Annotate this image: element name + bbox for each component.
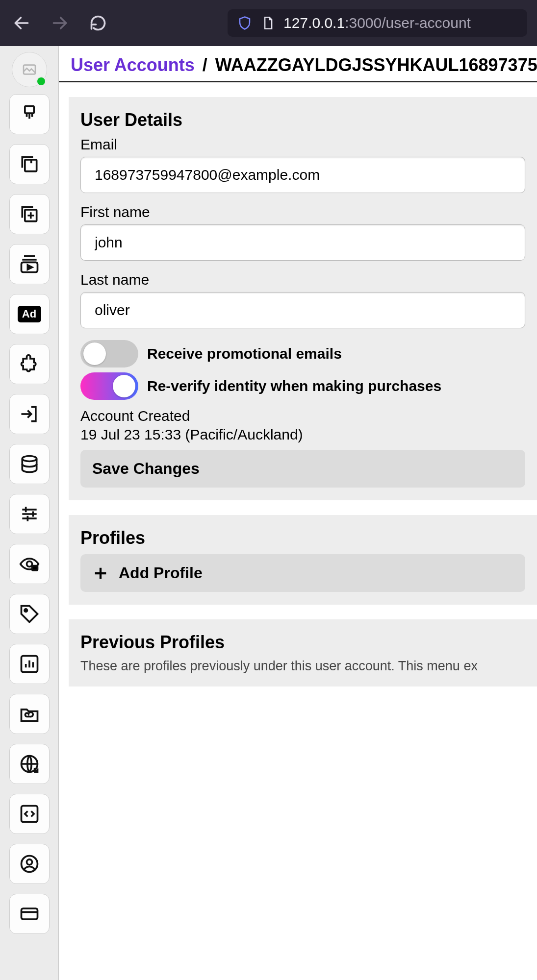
svg-point-7 xyxy=(22,456,36,462)
breadcrumb-sep: / xyxy=(200,55,210,75)
email-field[interactable] xyxy=(80,157,525,193)
sidebar-item-add-library[interactable] xyxy=(9,194,50,234)
sidebar-item-tag[interactable] xyxy=(9,594,50,634)
sidebar-item-cloud-folder[interactable] xyxy=(9,694,50,734)
visibility-lock-icon xyxy=(19,553,40,575)
sidebar-item-subscriptions[interactable] xyxy=(9,244,50,284)
last-name-field[interactable] xyxy=(80,292,525,328)
brush-icon xyxy=(19,103,40,125)
sidebar-item-analytics[interactable] xyxy=(9,644,50,684)
reload-button[interactable] xyxy=(86,11,110,35)
account-icon xyxy=(19,853,40,875)
first-name-field[interactable] xyxy=(80,224,525,261)
main-content: User Accounts / WAAZZGAYLDGJSSYHKAUL1689… xyxy=(59,46,537,980)
analytics-icon xyxy=(19,653,40,675)
user-details-card: User Details Email First name Last name … xyxy=(69,97,537,500)
svg-rect-3 xyxy=(25,106,33,114)
globe-share-icon xyxy=(19,753,40,775)
divider xyxy=(59,81,537,82)
svg-point-10 xyxy=(24,609,26,612)
reverify-label: Re-verify identity when making purchases xyxy=(147,378,441,394)
user-details-heading: User Details xyxy=(80,110,525,130)
svg-point-8 xyxy=(26,562,32,567)
sidebar-item-code[interactable] xyxy=(9,794,50,834)
database-icon xyxy=(19,453,40,475)
sidebar: Ad xyxy=(0,46,59,980)
first-name-label: First name xyxy=(80,204,525,220)
subscriptions-icon xyxy=(19,253,40,275)
sidebar-item-library[interactable] xyxy=(9,144,50,184)
login-icon xyxy=(19,403,40,425)
avatar[interactable] xyxy=(12,52,47,87)
breadcrumb-current: WAAZZGAYLDGJSSYHKAUL16897375 xyxy=(215,55,537,75)
sidebar-item-brush[interactable] xyxy=(9,94,50,134)
code-icon xyxy=(19,803,40,825)
sidebar-item-login[interactable] xyxy=(9,394,50,434)
account-created-label: Account Created xyxy=(80,408,525,424)
svg-point-15 xyxy=(26,859,32,865)
profiles-card: Profiles Add Profile xyxy=(69,515,537,605)
shield-icon xyxy=(237,16,252,30)
sidebar-item-tune[interactable] xyxy=(9,494,50,534)
previous-profiles-heading: Previous Profiles xyxy=(80,632,525,653)
svg-rect-9 xyxy=(32,566,37,570)
tag-icon xyxy=(19,603,40,625)
browser-chrome: 127.0.0.1:3000/user-account xyxy=(0,0,537,46)
previous-profiles-description: These are profiles previously under this… xyxy=(80,659,525,674)
page-icon xyxy=(261,16,275,30)
reverify-toggle[interactable] xyxy=(80,372,138,400)
sidebar-item-card[interactable] xyxy=(9,894,50,934)
tune-icon xyxy=(19,503,40,525)
address-bar[interactable]: 127.0.0.1:3000/user-account xyxy=(228,9,527,37)
last-name-label: Last name xyxy=(80,271,525,288)
sidebar-item-database[interactable] xyxy=(9,444,50,484)
promo-emails-toggle[interactable] xyxy=(80,340,138,368)
save-changes-button[interactable]: Save Changes xyxy=(80,450,525,488)
ad-icon: Ad xyxy=(18,306,41,322)
extension-icon xyxy=(19,353,40,375)
email-label: Email xyxy=(80,136,525,153)
breadcrumb: User Accounts / WAAZZGAYLDGJSSYHKAUL1689… xyxy=(59,46,537,81)
library-icon xyxy=(19,153,40,175)
previous-profiles-card: Previous Profiles These are profiles pre… xyxy=(69,619,537,686)
promo-emails-label: Receive promotional emails xyxy=(147,345,342,362)
status-dot xyxy=(36,76,46,86)
breadcrumb-root-link[interactable]: User Accounts xyxy=(71,55,195,75)
sidebar-item-globe-share[interactable] xyxy=(9,744,50,784)
forward-button[interactable] xyxy=(48,11,72,35)
add-profile-button[interactable]: Add Profile xyxy=(80,554,525,592)
back-button[interactable] xyxy=(10,11,33,35)
image-placeholder-icon xyxy=(22,62,37,77)
sidebar-item-extension[interactable] xyxy=(9,344,50,384)
card-icon xyxy=(19,903,40,925)
svg-rect-16 xyxy=(21,908,37,919)
sidebar-item-account[interactable] xyxy=(9,844,50,884)
cloud-folder-icon xyxy=(19,703,40,725)
plus-icon xyxy=(92,565,109,582)
url-text: 127.0.0.1:3000/user-account xyxy=(283,15,471,31)
sidebar-item-visibility-lock[interactable] xyxy=(9,544,50,584)
add-library-icon xyxy=(19,203,40,225)
account-created-value: 19 Jul 23 15:33 (Pacific/Auckland) xyxy=(80,426,525,443)
sidebar-item-ad[interactable]: Ad xyxy=(9,294,50,334)
profiles-heading: Profiles xyxy=(80,528,525,548)
